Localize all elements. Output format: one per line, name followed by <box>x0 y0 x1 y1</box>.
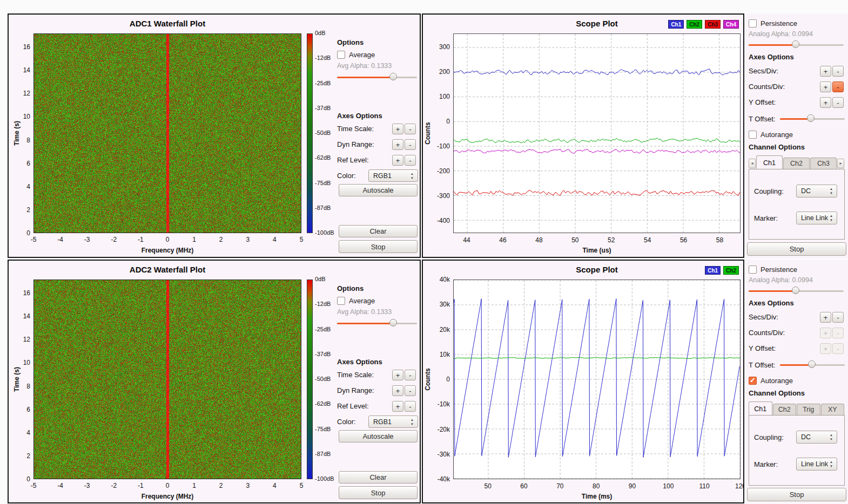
y-tick-label: 0 <box>16 229 30 237</box>
y-tick-label: -10k <box>428 400 450 408</box>
persistence-checkbox-row[interactable]: Persistence <box>749 19 797 28</box>
counts-div-minus-button[interactable]: - <box>832 328 844 338</box>
spinner-down-icon: ▼ <box>410 176 415 180</box>
tab-ch2[interactable]: Ch2 <box>783 158 810 169</box>
slider-knob[interactable] <box>389 73 397 80</box>
tab-xy[interactable]: XY <box>821 404 845 416</box>
stop-button[interactable]: Stop <box>339 240 418 253</box>
persistence-checkbox[interactable] <box>749 265 757 274</box>
ref-level-plus-button[interactable]: + <box>392 401 403 412</box>
y-offset-minus-button[interactable]: - <box>832 343 844 354</box>
waterfall-plot[interactable] <box>33 280 301 479</box>
secs-div-minus-button[interactable]: - <box>832 312 844 323</box>
average-checkbox-row[interactable]: Average <box>337 296 375 305</box>
slider-knob[interactable] <box>389 319 397 326</box>
autoscale-button[interactable]: Autoscale <box>339 184 418 196</box>
spinner-down-icon: ▼ <box>830 192 834 195</box>
colorbar-tick-label: -12dB <box>315 301 340 307</box>
counts-div-row: Counts/Div: + - <box>745 81 848 93</box>
counts-div-plus-button[interactable]: + <box>820 328 831 338</box>
autorange-checkbox[interactable] <box>749 377 757 385</box>
persistence-checkbox[interactable] <box>749 19 757 28</box>
dyn-range-minus-button[interactable]: - <box>405 385 416 396</box>
scope-plot[interactable] <box>453 280 741 479</box>
time-scale-minus-button[interactable]: - <box>405 370 416 380</box>
clear-button[interactable]: Clear <box>339 225 418 237</box>
t-offset-label: T Offset: <box>749 115 775 123</box>
autorange-checkbox[interactable] <box>749 131 757 139</box>
dyn-range-label: Dyn Range: <box>337 386 374 394</box>
slider-knob[interactable] <box>808 360 816 368</box>
tab-scroll-left-button[interactable]: ◂ <box>749 159 756 168</box>
time-scale-plus-button[interactable]: + <box>392 124 403 134</box>
secs-div-row: Secs/Div: + - <box>745 66 848 78</box>
coupling-select[interactable]: DC ▲▼ <box>796 185 837 197</box>
marker-select[interactable]: Line Link ▲▼ <box>796 458 837 471</box>
scope-plot[interactable] <box>453 33 741 233</box>
analog-alpha-slider[interactable] <box>749 287 844 295</box>
autorange-checkbox-row[interactable]: Autorange <box>749 376 793 385</box>
counts-div-minus-button[interactable]: - <box>832 81 844 92</box>
y-offset-row: Y Offset: + - <box>745 343 848 355</box>
coupling-select[interactable]: DC ▲▼ <box>796 431 837 444</box>
colorbar-tick-label: -50dB <box>315 376 340 382</box>
slider-knob[interactable] <box>792 40 799 48</box>
tab-ch2[interactable]: Ch2 <box>773 404 797 416</box>
color-select[interactable]: RGB1 ▲▼ <box>368 169 418 182</box>
persistence-label: Persistence <box>760 265 797 274</box>
tab-trig[interactable]: Trig <box>797 404 820 416</box>
stop-button[interactable]: Stop <box>747 242 846 256</box>
spinner-down-icon: ▼ <box>830 438 834 441</box>
dyn-range-minus-button[interactable]: - <box>405 139 416 150</box>
time-scale-plus-button[interactable]: + <box>392 370 403 380</box>
slider-knob[interactable] <box>807 114 815 122</box>
autorange-checkbox-row[interactable]: Autorange <box>749 130 793 139</box>
stop-button[interactable]: Stop <box>747 488 846 501</box>
secs-div-minus-button[interactable]: - <box>832 66 844 77</box>
counts-div-row: Counts/Div: + - <box>745 328 848 339</box>
secs-div-plus-button[interactable]: + <box>820 66 831 77</box>
y-tick-label: 4 <box>16 429 30 437</box>
y-offset-plus-button[interactable]: + <box>820 97 831 108</box>
color-select[interactable]: RGB1 ▲▼ <box>368 416 418 428</box>
scope1-control-panel: Persistence Analog Alpha: 0.0994 Axes Op… <box>745 13 848 258</box>
y-tick-label: -300 <box>428 192 450 200</box>
time-scale-minus-button[interactable]: - <box>405 124 416 134</box>
y-tick-label: 0 <box>428 376 450 383</box>
tab-ch1[interactable]: Ch1 <box>749 401 772 416</box>
avg-alpha-slider[interactable] <box>337 73 417 81</box>
tab-ch1[interactable]: Ch1 <box>756 155 783 169</box>
stop-button[interactable]: Stop <box>339 486 418 499</box>
y-tick-label: -400 <box>428 217 450 224</box>
persistence-checkbox-row[interactable]: Persistence <box>749 265 797 274</box>
avg-alpha-slider[interactable] <box>337 319 417 328</box>
y-tick-label: 6 <box>16 406 30 413</box>
dyn-range-plus-button[interactable]: + <box>392 385 403 396</box>
ref-level-plus-button[interactable]: + <box>392 155 403 166</box>
y-offset-minus-button[interactable]: - <box>832 97 844 108</box>
ref-level-minus-button[interactable]: - <box>405 401 416 412</box>
x-tick-label: 2 <box>213 236 229 243</box>
clear-button[interactable]: Clear <box>339 471 418 483</box>
coupling-label: Coupling: <box>754 433 784 441</box>
dyn-range-plus-button[interactable]: + <box>392 139 403 150</box>
average-checkbox-row[interactable]: Average <box>337 50 375 59</box>
counts-div-plus-button[interactable]: + <box>820 81 831 92</box>
ref-level-minus-button[interactable]: - <box>405 155 416 166</box>
x-tick-label: 90 <box>621 482 643 490</box>
analog-alpha-slider[interactable] <box>749 40 844 49</box>
y-offset-plus-button[interactable]: + <box>820 343 831 354</box>
tab-ch3[interactable]: Ch3 <box>810 158 837 169</box>
secs-div-plus-button[interactable]: + <box>820 312 831 323</box>
autoscale-button[interactable]: Autoscale <box>339 430 418 442</box>
slider-fill <box>337 323 394 324</box>
t-offset-slider[interactable] <box>780 360 845 369</box>
t-offset-slider[interactable] <box>780 114 845 123</box>
slider-knob[interactable] <box>792 287 799 294</box>
time-scale-label: Time Scale: <box>337 371 374 379</box>
tab-scroll-right-button[interactable]: ▸ <box>837 159 844 168</box>
waterfall-plot[interactable] <box>33 33 301 233</box>
color-label: Color: <box>337 172 356 180</box>
coupling-value: DC <box>801 187 811 195</box>
marker-select[interactable]: Line Link ▲▼ <box>796 212 837 224</box>
